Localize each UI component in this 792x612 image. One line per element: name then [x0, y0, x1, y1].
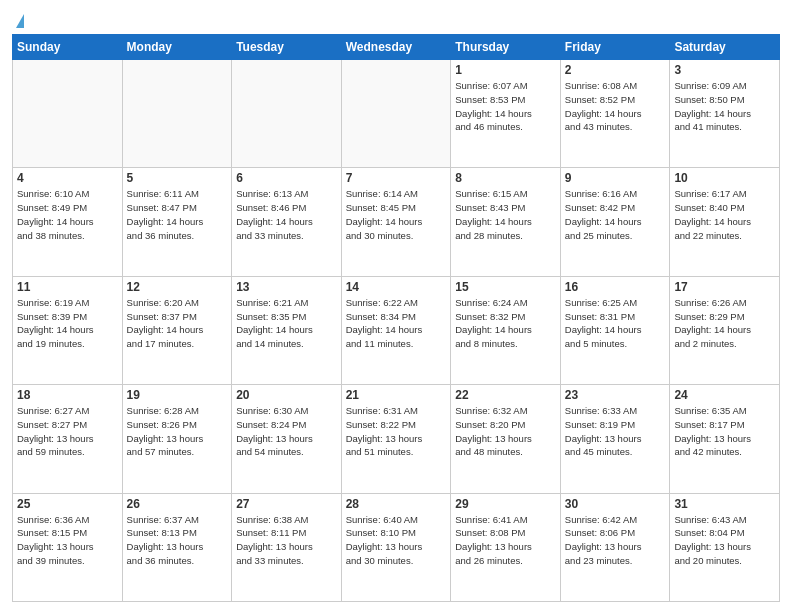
day-number: 9 [565, 171, 666, 185]
col-header-friday: Friday [560, 35, 670, 60]
calendar-week-row: 4Sunrise: 6:10 AM Sunset: 8:49 PM Daylig… [13, 168, 780, 276]
day-info: Sunrise: 6:22 AM Sunset: 8:34 PM Dayligh… [346, 296, 447, 351]
calendar-day-cell [122, 60, 232, 168]
calendar-day-cell: 18Sunrise: 6:27 AM Sunset: 8:27 PM Dayli… [13, 385, 123, 493]
day-info: Sunrise: 6:35 AM Sunset: 8:17 PM Dayligh… [674, 404, 775, 459]
day-number: 3 [674, 63, 775, 77]
calendar-day-cell: 24Sunrise: 6:35 AM Sunset: 8:17 PM Dayli… [670, 385, 780, 493]
day-number: 13 [236, 280, 337, 294]
day-number: 16 [565, 280, 666, 294]
calendar-day-cell [232, 60, 342, 168]
calendar-day-cell: 28Sunrise: 6:40 AM Sunset: 8:10 PM Dayli… [341, 493, 451, 601]
col-header-thursday: Thursday [451, 35, 561, 60]
day-number: 4 [17, 171, 118, 185]
calendar-header-row: SundayMondayTuesdayWednesdayThursdayFrid… [13, 35, 780, 60]
day-number: 14 [346, 280, 447, 294]
day-info: Sunrise: 6:27 AM Sunset: 8:27 PM Dayligh… [17, 404, 118, 459]
calendar-day-cell: 10Sunrise: 6:17 AM Sunset: 8:40 PM Dayli… [670, 168, 780, 276]
calendar-day-cell [341, 60, 451, 168]
day-number: 23 [565, 388, 666, 402]
day-info: Sunrise: 6:16 AM Sunset: 8:42 PM Dayligh… [565, 187, 666, 242]
day-info: Sunrise: 6:31 AM Sunset: 8:22 PM Dayligh… [346, 404, 447, 459]
day-info: Sunrise: 6:09 AM Sunset: 8:50 PM Dayligh… [674, 79, 775, 134]
header [12, 10, 780, 28]
calendar-day-cell: 21Sunrise: 6:31 AM Sunset: 8:22 PM Dayli… [341, 385, 451, 493]
calendar-day-cell: 31Sunrise: 6:43 AM Sunset: 8:04 PM Dayli… [670, 493, 780, 601]
day-info: Sunrise: 6:36 AM Sunset: 8:15 PM Dayligh… [17, 513, 118, 568]
calendar-day-cell: 4Sunrise: 6:10 AM Sunset: 8:49 PM Daylig… [13, 168, 123, 276]
day-number: 1 [455, 63, 556, 77]
day-info: Sunrise: 6:42 AM Sunset: 8:06 PM Dayligh… [565, 513, 666, 568]
calendar-day-cell: 14Sunrise: 6:22 AM Sunset: 8:34 PM Dayli… [341, 276, 451, 384]
page-container: SundayMondayTuesdayWednesdayThursdayFrid… [0, 0, 792, 612]
calendar-table: SundayMondayTuesdayWednesdayThursdayFrid… [12, 34, 780, 602]
day-info: Sunrise: 6:32 AM Sunset: 8:20 PM Dayligh… [455, 404, 556, 459]
day-info: Sunrise: 6:25 AM Sunset: 8:31 PM Dayligh… [565, 296, 666, 351]
day-number: 21 [346, 388, 447, 402]
calendar-day-cell: 12Sunrise: 6:20 AM Sunset: 8:37 PM Dayli… [122, 276, 232, 384]
calendar-day-cell: 13Sunrise: 6:21 AM Sunset: 8:35 PM Dayli… [232, 276, 342, 384]
day-info: Sunrise: 6:30 AM Sunset: 8:24 PM Dayligh… [236, 404, 337, 459]
day-info: Sunrise: 6:10 AM Sunset: 8:49 PM Dayligh… [17, 187, 118, 242]
day-number: 17 [674, 280, 775, 294]
calendar-week-row: 11Sunrise: 6:19 AM Sunset: 8:39 PM Dayli… [13, 276, 780, 384]
calendar-day-cell: 17Sunrise: 6:26 AM Sunset: 8:29 PM Dayli… [670, 276, 780, 384]
calendar-day-cell [13, 60, 123, 168]
day-info: Sunrise: 6:28 AM Sunset: 8:26 PM Dayligh… [127, 404, 228, 459]
day-number: 7 [346, 171, 447, 185]
day-number: 10 [674, 171, 775, 185]
day-info: Sunrise: 6:26 AM Sunset: 8:29 PM Dayligh… [674, 296, 775, 351]
calendar-day-cell: 9Sunrise: 6:16 AM Sunset: 8:42 PM Daylig… [560, 168, 670, 276]
day-info: Sunrise: 6:20 AM Sunset: 8:37 PM Dayligh… [127, 296, 228, 351]
calendar-day-cell: 5Sunrise: 6:11 AM Sunset: 8:47 PM Daylig… [122, 168, 232, 276]
calendar-day-cell: 15Sunrise: 6:24 AM Sunset: 8:32 PM Dayli… [451, 276, 561, 384]
day-number: 15 [455, 280, 556, 294]
calendar-day-cell: 3Sunrise: 6:09 AM Sunset: 8:50 PM Daylig… [670, 60, 780, 168]
col-header-tuesday: Tuesday [232, 35, 342, 60]
calendar-day-cell: 20Sunrise: 6:30 AM Sunset: 8:24 PM Dayli… [232, 385, 342, 493]
calendar-day-cell: 11Sunrise: 6:19 AM Sunset: 8:39 PM Dayli… [13, 276, 123, 384]
day-number: 11 [17, 280, 118, 294]
day-info: Sunrise: 6:07 AM Sunset: 8:53 PM Dayligh… [455, 79, 556, 134]
calendar-day-cell: 23Sunrise: 6:33 AM Sunset: 8:19 PM Dayli… [560, 385, 670, 493]
col-header-wednesday: Wednesday [341, 35, 451, 60]
day-number: 18 [17, 388, 118, 402]
calendar-week-row: 18Sunrise: 6:27 AM Sunset: 8:27 PM Dayli… [13, 385, 780, 493]
day-number: 31 [674, 497, 775, 511]
day-info: Sunrise: 6:37 AM Sunset: 8:13 PM Dayligh… [127, 513, 228, 568]
day-number: 6 [236, 171, 337, 185]
calendar-day-cell: 25Sunrise: 6:36 AM Sunset: 8:15 PM Dayli… [13, 493, 123, 601]
calendar-day-cell: 6Sunrise: 6:13 AM Sunset: 8:46 PM Daylig… [232, 168, 342, 276]
day-number: 29 [455, 497, 556, 511]
day-info: Sunrise: 6:43 AM Sunset: 8:04 PM Dayligh… [674, 513, 775, 568]
day-info: Sunrise: 6:08 AM Sunset: 8:52 PM Dayligh… [565, 79, 666, 134]
col-header-monday: Monday [122, 35, 232, 60]
calendar-week-row: 25Sunrise: 6:36 AM Sunset: 8:15 PM Dayli… [13, 493, 780, 601]
calendar-day-cell: 29Sunrise: 6:41 AM Sunset: 8:08 PM Dayli… [451, 493, 561, 601]
day-info: Sunrise: 6:14 AM Sunset: 8:45 PM Dayligh… [346, 187, 447, 242]
day-info: Sunrise: 6:17 AM Sunset: 8:40 PM Dayligh… [674, 187, 775, 242]
day-info: Sunrise: 6:21 AM Sunset: 8:35 PM Dayligh… [236, 296, 337, 351]
col-header-saturday: Saturday [670, 35, 780, 60]
day-info: Sunrise: 6:13 AM Sunset: 8:46 PM Dayligh… [236, 187, 337, 242]
calendar-day-cell: 8Sunrise: 6:15 AM Sunset: 8:43 PM Daylig… [451, 168, 561, 276]
calendar-week-row: 1Sunrise: 6:07 AM Sunset: 8:53 PM Daylig… [13, 60, 780, 168]
day-number: 30 [565, 497, 666, 511]
day-number: 5 [127, 171, 228, 185]
day-info: Sunrise: 6:41 AM Sunset: 8:08 PM Dayligh… [455, 513, 556, 568]
calendar-day-cell: 30Sunrise: 6:42 AM Sunset: 8:06 PM Dayli… [560, 493, 670, 601]
day-info: Sunrise: 6:19 AM Sunset: 8:39 PM Dayligh… [17, 296, 118, 351]
calendar-day-cell: 27Sunrise: 6:38 AM Sunset: 8:11 PM Dayli… [232, 493, 342, 601]
logo-triangle-icon [16, 14, 24, 28]
day-number: 20 [236, 388, 337, 402]
calendar-day-cell: 16Sunrise: 6:25 AM Sunset: 8:31 PM Dayli… [560, 276, 670, 384]
logo [12, 10, 24, 28]
day-number: 26 [127, 497, 228, 511]
day-number: 12 [127, 280, 228, 294]
day-info: Sunrise: 6:15 AM Sunset: 8:43 PM Dayligh… [455, 187, 556, 242]
col-header-sunday: Sunday [13, 35, 123, 60]
day-number: 25 [17, 497, 118, 511]
calendar-day-cell: 1Sunrise: 6:07 AM Sunset: 8:53 PM Daylig… [451, 60, 561, 168]
day-number: 2 [565, 63, 666, 77]
day-number: 22 [455, 388, 556, 402]
